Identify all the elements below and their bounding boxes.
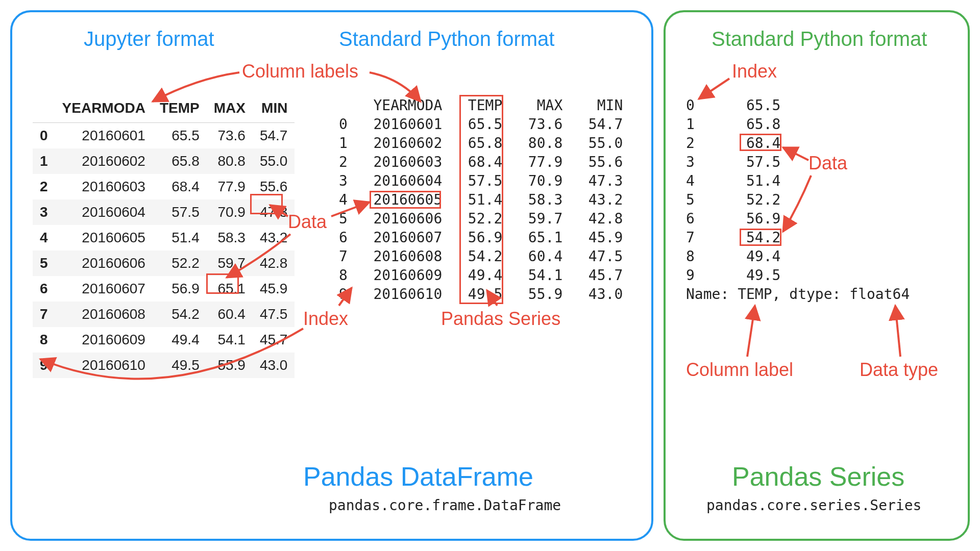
data-cell: 20160602 (55, 148, 153, 174)
table-row: 02016060165.573.654.7 (33, 123, 295, 149)
ann-series-data-type: Data type (860, 359, 938, 381)
col-header: MAX (207, 94, 253, 123)
data-cell: 52.2 (153, 251, 207, 276)
data-cell: 73.6 (207, 123, 253, 149)
jupyter-format-heading: Jupyter format (84, 28, 214, 51)
table-row: 42016060551.458.343.2 (33, 225, 295, 251)
series-subtitle: pandas.core.series.Series (706, 497, 921, 514)
index-cell: 3 (33, 199, 55, 225)
table-row: 52016060652.259.742.8 (33, 251, 295, 276)
table-row: 12016060265.880.855.0 (33, 148, 295, 174)
table-row: 32016060457.570.947.3 (33, 199, 295, 225)
ann-series-data: Data (808, 153, 847, 174)
dataframe-panel: Jupyter format Standard Python format YE… (10, 10, 653, 541)
col-header: TEMP (153, 94, 207, 123)
table-row: 82016060949.454.145.7 (33, 327, 295, 353)
data-cell: 20160604 (55, 199, 153, 225)
table-row: 22016060368.477.955.6 (33, 174, 295, 199)
data-cell: 65.5 (153, 123, 207, 149)
data-cell: 77.9 (207, 174, 253, 199)
data-cell: 65.1 (207, 276, 253, 302)
index-cell: 8 (33, 327, 55, 353)
ann-index: Index (303, 308, 348, 330)
data-cell: 70.9 (207, 199, 253, 225)
data-cell: 57.5 (153, 199, 207, 225)
series-panel: Standard Python format 0 65.5 1 65.8 2 6… (664, 10, 970, 541)
index-cell: 4 (33, 225, 55, 251)
data-cell: 47.5 (253, 302, 295, 327)
data-cell: 60.4 (207, 302, 253, 327)
ann-series-index: Index (732, 61, 777, 82)
ann-series-column-label: Column label (686, 359, 793, 381)
data-cell: 58.3 (207, 225, 253, 251)
data-cell: 56.9 (153, 276, 207, 302)
index-cell: 2 (33, 174, 55, 199)
data-cell: 45.9 (253, 276, 295, 302)
col-header: MIN (253, 94, 295, 123)
data-cell: 20160605 (55, 225, 153, 251)
data-cell: 42.8 (253, 251, 295, 276)
data-cell: 55.9 (207, 353, 253, 378)
data-cell: 49.4 (153, 327, 207, 353)
data-cell: 20160606 (55, 251, 153, 276)
data-cell: 54.2 (153, 302, 207, 327)
table-header-row: YEARMODA TEMP MAX MIN (33, 94, 295, 123)
data-cell: 65.8 (153, 148, 207, 174)
ann-pandas-series: Pandas Series (441, 308, 560, 330)
data-cell: 20160608 (55, 302, 153, 327)
col-header: YEARMODA (55, 94, 153, 123)
dataframe-subtitle: pandas.core.frame.DataFrame (329, 497, 561, 514)
data-cell: 55.6 (253, 174, 295, 199)
data-cell: 49.5 (153, 353, 207, 378)
index-cell: 1 (33, 148, 55, 174)
jupyter-table: YEARMODA TEMP MAX MIN 02016060165.573.65… (33, 94, 295, 378)
data-cell: 68.4 (153, 174, 207, 199)
plaintext-series: 0 65.5 1 65.8 2 68.4 3 57.5 4 51.4 5 52.… (686, 96, 910, 304)
data-cell: 54.1 (207, 327, 253, 353)
python-format-heading-df: Standard Python format (339, 28, 554, 51)
table-row: 92016061049.555.943.0 (33, 353, 295, 378)
data-cell: 20160609 (55, 327, 153, 353)
data-cell: 45.7 (253, 327, 295, 353)
index-cell: 7 (33, 302, 55, 327)
data-cell: 20160601 (55, 123, 153, 149)
plaintext-dataframe: YEARMODA TEMP MAX MIN 0 20160601 65.5 73… (339, 96, 623, 304)
index-cell: 5 (33, 251, 55, 276)
dataframe-title: Pandas DataFrame (303, 461, 533, 492)
data-cell: 20160607 (55, 276, 153, 302)
ann-data: Data (288, 211, 327, 233)
python-format-heading-series: Standard Python format (712, 28, 927, 51)
index-cell: 6 (33, 276, 55, 302)
data-cell: 20160603 (55, 174, 153, 199)
data-cell: 51.4 (153, 225, 207, 251)
data-cell: 43.0 (253, 353, 295, 378)
ann-column-labels: Column labels (242, 61, 358, 82)
table-row: 62016060756.965.145.9 (33, 276, 295, 302)
index-cell: 9 (33, 353, 55, 378)
table-row: 72016060854.260.447.5 (33, 302, 295, 327)
series-title: Pandas Series (732, 461, 904, 492)
data-cell: 20160610 (55, 353, 153, 378)
data-cell: 55.0 (253, 148, 295, 174)
data-cell: 80.8 (207, 148, 253, 174)
data-cell: 59.7 (207, 251, 253, 276)
data-cell: 54.7 (253, 123, 295, 149)
index-cell: 0 (33, 123, 55, 149)
